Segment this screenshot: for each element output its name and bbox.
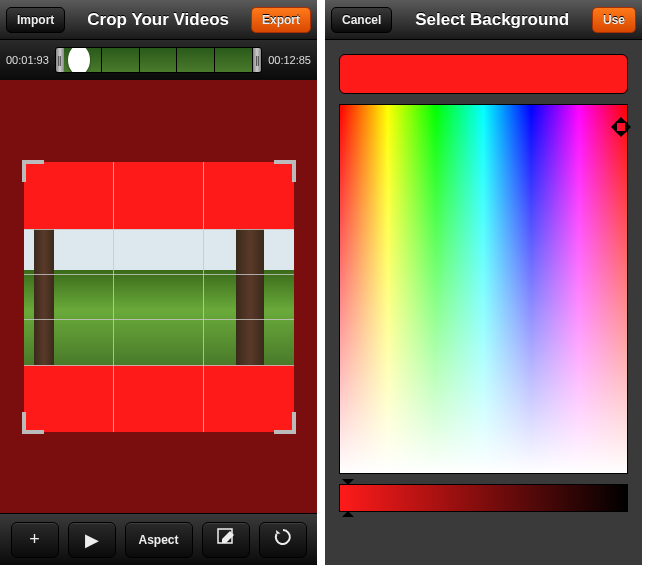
background-screen: Cancel Select Background Use [325, 0, 642, 565]
crop-toolbar: + ▶ Aspect [0, 513, 317, 565]
color-picker-cursor[interactable] [611, 117, 631, 137]
color-picker-body [325, 40, 642, 526]
edit-button[interactable] [202, 522, 250, 558]
brightness-slider[interactable] [339, 484, 628, 512]
refresh-icon [274, 528, 292, 551]
add-button[interactable]: + [11, 522, 59, 558]
crop-screen: Import Crop Your Videos Export 00:01:93 … [0, 0, 317, 565]
crop-canvas [0, 80, 317, 513]
crop-title: Crop Your Videos [87, 10, 229, 30]
crop-handle-tr[interactable] [274, 160, 296, 182]
cancel-button[interactable]: Cancel [331, 7, 392, 33]
crop-handle-bl[interactable] [22, 412, 44, 434]
video-preview [24, 229, 294, 365]
play-icon: ▶ [85, 529, 99, 551]
color-picker-field[interactable] [339, 104, 628, 474]
play-button[interactable]: ▶ [68, 522, 116, 558]
selected-color-swatch [339, 54, 628, 94]
background-navbar: Cancel Select Background Use [325, 0, 642, 40]
timeline-frames [64, 48, 253, 72]
timeline: 00:01:93 ‖ ‖ 00:12:85 [0, 40, 317, 80]
trim-handle-left[interactable]: ‖ [56, 47, 64, 73]
refresh-button[interactable] [259, 522, 307, 558]
trim-handle-right[interactable]: ‖ [253, 47, 261, 73]
plus-icon: + [29, 529, 40, 550]
crop-top-bar [24, 162, 294, 229]
import-button[interactable]: Import [6, 7, 65, 33]
crop-bottom-bar [24, 365, 294, 432]
crop-frame[interactable] [24, 162, 294, 432]
end-time-label: 00:12:85 [268, 54, 311, 66]
edit-icon [216, 527, 236, 552]
background-title: Select Background [415, 10, 569, 30]
crop-handle-tl[interactable] [22, 160, 44, 182]
use-button[interactable]: Use [592, 7, 636, 33]
crop-navbar: Import Crop Your Videos Export [0, 0, 317, 40]
aspect-button[interactable]: Aspect [125, 522, 193, 558]
start-time-label: 00:01:93 [6, 54, 49, 66]
playhead-thumb[interactable] [68, 47, 90, 73]
export-button[interactable]: Export [251, 7, 311, 33]
timeline-track[interactable]: ‖ ‖ [55, 47, 262, 73]
brightness-cursor[interactable] [342, 481, 354, 515]
crop-handle-br[interactable] [274, 412, 296, 434]
